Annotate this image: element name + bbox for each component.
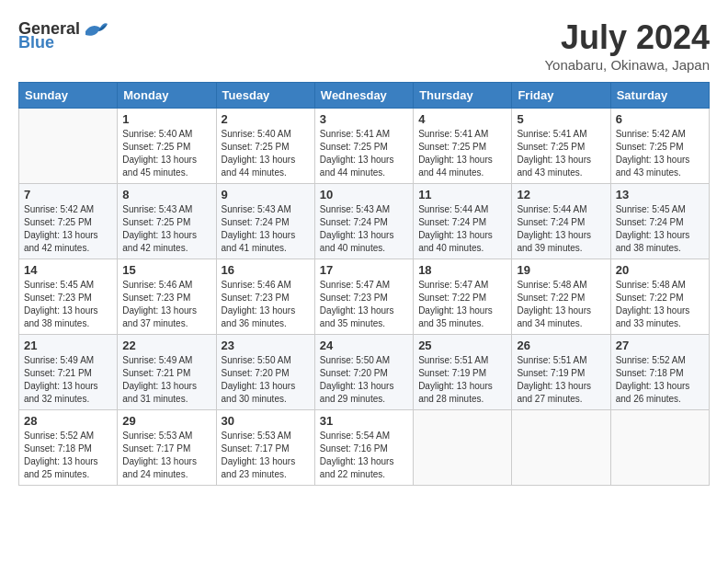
column-header-saturday: Saturday (610, 83, 709, 109)
day-info: Sunrise: 5:53 AM Sunset: 7:17 PM Dayligh… (122, 430, 210, 481)
day-number: 1 (122, 112, 210, 126)
calendar-week-row: 7Sunrise: 5:42 AM Sunset: 7:25 PM Daylig… (19, 184, 710, 259)
calendar-cell: 20Sunrise: 5:48 AM Sunset: 7:22 PM Dayli… (610, 259, 709, 335)
calendar-cell: 22Sunrise: 5:49 AM Sunset: 7:21 PM Dayli… (118, 335, 216, 410)
day-info: Sunrise: 5:45 AM Sunset: 7:23 PM Dayligh… (24, 279, 112, 330)
day-info: Sunrise: 5:41 AM Sunset: 7:25 PM Dayligh… (320, 128, 408, 179)
day-info: Sunrise: 5:47 AM Sunset: 7:22 PM Dayligh… (418, 279, 506, 330)
day-info: Sunrise: 5:43 AM Sunset: 7:24 PM Dayligh… (320, 203, 408, 255)
day-number: 21 (24, 339, 112, 352)
calendar-cell: 10Sunrise: 5:43 AM Sunset: 7:24 PM Dayli… (314, 184, 413, 259)
day-info: Sunrise: 5:40 AM Sunset: 7:25 PM Dayligh… (222, 128, 310, 179)
calendar-cell: 11Sunrise: 5:44 AM Sunset: 7:24 PM Dayli… (414, 184, 512, 259)
day-number: 15 (122, 263, 210, 277)
day-info: Sunrise: 5:50 AM Sunset: 7:20 PM Dayligh… (222, 354, 310, 406)
day-number: 20 (616, 263, 704, 277)
day-info: Sunrise: 5:40 AM Sunset: 7:25 PM Dayligh… (122, 128, 210, 179)
column-header-thursday: Thursday (414, 83, 512, 109)
day-info: Sunrise: 5:49 AM Sunset: 7:21 PM Dayligh… (122, 354, 210, 406)
calendar-cell: 24Sunrise: 5:50 AM Sunset: 7:20 PM Dayli… (314, 335, 413, 410)
day-number: 19 (517, 263, 605, 277)
day-number: 24 (320, 339, 408, 352)
day-info: Sunrise: 5:41 AM Sunset: 7:25 PM Dayligh… (517, 128, 605, 179)
day-number: 6 (616, 112, 704, 126)
calendar-cell: 6Sunrise: 5:42 AM Sunset: 7:25 PM Daylig… (610, 109, 709, 184)
day-info: Sunrise: 5:41 AM Sunset: 7:25 PM Dayligh… (418, 128, 506, 179)
day-number: 16 (222, 263, 310, 277)
calendar-cell: 14Sunrise: 5:45 AM Sunset: 7:23 PM Dayli… (19, 259, 118, 335)
day-info: Sunrise: 5:51 AM Sunset: 7:19 PM Dayligh… (418, 354, 506, 406)
day-number: 13 (616, 188, 704, 201)
calendar-cell: 2Sunrise: 5:40 AM Sunset: 7:25 PM Daylig… (216, 109, 314, 184)
calendar-header-row: SundayMondayTuesdayWednesdayThursdayFrid… (19, 83, 710, 109)
location-title: Yonabaru, Okinawa, Japan (544, 57, 710, 73)
calendar-cell (414, 410, 512, 486)
day-number: 18 (418, 263, 506, 277)
column-header-wednesday: Wednesday (314, 83, 413, 109)
logo-blue-text: Blue (18, 33, 54, 52)
day-number: 30 (222, 414, 310, 428)
day-info: Sunrise: 5:51 AM Sunset: 7:19 PM Dayligh… (517, 354, 605, 406)
title-area: July 2024 Yonabaru, Okinawa, Japan (544, 18, 710, 73)
calendar-cell: 1Sunrise: 5:40 AM Sunset: 7:25 PM Daylig… (118, 109, 216, 184)
logo: General Blue (18, 18, 108, 52)
month-title: July 2024 (544, 18, 710, 57)
day-number: 22 (122, 339, 210, 352)
calendar-cell: 8Sunrise: 5:43 AM Sunset: 7:25 PM Daylig… (118, 184, 216, 259)
day-info: Sunrise: 5:44 AM Sunset: 7:24 PM Dayligh… (517, 203, 605, 255)
calendar-cell: 31Sunrise: 5:54 AM Sunset: 7:16 PM Dayli… (314, 410, 413, 486)
calendar-cell (19, 109, 118, 184)
column-header-tuesday: Tuesday (216, 83, 314, 109)
day-info: Sunrise: 5:48 AM Sunset: 7:22 PM Dayligh… (517, 279, 605, 330)
column-header-sunday: Sunday (19, 83, 118, 109)
calendar-cell: 3Sunrise: 5:41 AM Sunset: 7:25 PM Daylig… (314, 109, 413, 184)
day-info: Sunrise: 5:50 AM Sunset: 7:20 PM Dayligh… (320, 354, 408, 406)
day-info: Sunrise: 5:42 AM Sunset: 7:25 PM Dayligh… (24, 203, 112, 255)
day-number: 31 (320, 414, 408, 428)
calendar-cell: 4Sunrise: 5:41 AM Sunset: 7:25 PM Daylig… (414, 109, 512, 184)
calendar-week-row: 21Sunrise: 5:49 AM Sunset: 7:21 PM Dayli… (19, 335, 710, 410)
day-number: 28 (24, 414, 112, 428)
logo-bird-icon (82, 18, 108, 39)
day-number: 2 (222, 112, 310, 126)
calendar-cell: 26Sunrise: 5:51 AM Sunset: 7:19 PM Dayli… (512, 335, 610, 410)
calendar-cell: 5Sunrise: 5:41 AM Sunset: 7:25 PM Daylig… (512, 109, 610, 184)
day-info: Sunrise: 5:46 AM Sunset: 7:23 PM Dayligh… (122, 279, 210, 330)
day-info: Sunrise: 5:42 AM Sunset: 7:25 PM Dayligh… (616, 128, 704, 179)
calendar-cell: 18Sunrise: 5:47 AM Sunset: 7:22 PM Dayli… (414, 259, 512, 335)
day-number: 5 (517, 112, 605, 126)
day-number: 7 (24, 188, 112, 201)
day-info: Sunrise: 5:45 AM Sunset: 7:24 PM Dayligh… (616, 203, 704, 255)
calendar-cell: 21Sunrise: 5:49 AM Sunset: 7:21 PM Dayli… (19, 335, 118, 410)
calendar-cell: 30Sunrise: 5:53 AM Sunset: 7:17 PM Dayli… (216, 410, 314, 486)
calendar-cell (512, 410, 610, 486)
day-number: 17 (320, 263, 408, 277)
day-info: Sunrise: 5:53 AM Sunset: 7:17 PM Dayligh… (222, 430, 310, 481)
day-info: Sunrise: 5:47 AM Sunset: 7:23 PM Dayligh… (320, 279, 408, 330)
day-info: Sunrise: 5:43 AM Sunset: 7:25 PM Dayligh… (122, 203, 210, 255)
day-number: 3 (320, 112, 408, 126)
day-info: Sunrise: 5:52 AM Sunset: 7:18 PM Dayligh… (24, 430, 112, 481)
day-number: 9 (222, 188, 310, 201)
calendar-cell: 13Sunrise: 5:45 AM Sunset: 7:24 PM Dayli… (610, 184, 709, 259)
header: General Blue July 2024 Yonabaru, Okinawa… (18, 18, 710, 73)
day-number: 11 (418, 188, 506, 201)
day-number: 12 (517, 188, 605, 201)
calendar-cell: 7Sunrise: 5:42 AM Sunset: 7:25 PM Daylig… (19, 184, 118, 259)
day-info: Sunrise: 5:54 AM Sunset: 7:16 PM Dayligh… (320, 430, 408, 481)
day-info: Sunrise: 5:43 AM Sunset: 7:24 PM Dayligh… (222, 203, 310, 255)
calendar-cell: 19Sunrise: 5:48 AM Sunset: 7:22 PM Dayli… (512, 259, 610, 335)
day-number: 26 (517, 339, 605, 352)
day-number: 29 (122, 414, 210, 428)
calendar-cell: 25Sunrise: 5:51 AM Sunset: 7:19 PM Dayli… (414, 335, 512, 410)
day-number: 27 (616, 339, 704, 352)
calendar-cell: 23Sunrise: 5:50 AM Sunset: 7:20 PM Dayli… (216, 335, 314, 410)
day-info: Sunrise: 5:48 AM Sunset: 7:22 PM Dayligh… (616, 279, 704, 330)
calendar-cell: 17Sunrise: 5:47 AM Sunset: 7:23 PM Dayli… (314, 259, 413, 335)
calendar-cell: 15Sunrise: 5:46 AM Sunset: 7:23 PM Dayli… (118, 259, 216, 335)
day-number: 25 (418, 339, 506, 352)
calendar-table: SundayMondayTuesdayWednesdayThursdayFrid… (18, 82, 710, 486)
day-number: 14 (24, 263, 112, 277)
calendar-cell: 28Sunrise: 5:52 AM Sunset: 7:18 PM Dayli… (19, 410, 118, 486)
column-header-friday: Friday (512, 83, 610, 109)
